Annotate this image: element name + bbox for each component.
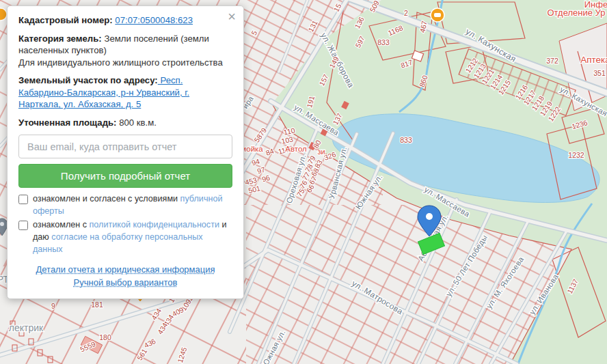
parcel-number-label: 181 [91, 300, 103, 309]
email-input[interactable] [18, 135, 232, 158]
parcel-number-label: 833 [377, 38, 390, 46]
address-row: Земельный участок по адресу: Респ. Кабар… [18, 74, 232, 111]
offer-consent-prefix: ознакомлен и согласен с условиями [33, 194, 180, 204]
popup-footer-links: Детали отчета и юридическая информация Р… [18, 263, 232, 289]
parcel-number-label: 372 [546, 57, 558, 65]
manual-select-link[interactable]: Ручной выбор вариантов [74, 277, 178, 288]
poi-label: Отделение Ур [547, 8, 605, 18]
offer-consent-text: ознакомлен и согласен с условиями публич… [33, 193, 232, 218]
parcel-number-label: 833 [400, 136, 412, 144]
poi-label: Автол [285, 145, 307, 153]
cup-glyph [434, 13, 441, 17]
personal-data-link[interactable]: согласие на обработку персональных данны… [33, 232, 203, 254]
address-label: Земельный участок по адресу: [18, 75, 158, 85]
cadastral-map-page: ул. Жамбороваул. Кахунскаяул. Кахунскаяу… [0, 0, 607, 364]
parcel-number-label: 180 [99, 333, 111, 341]
privacy-prefix: ознакомлен с [33, 220, 90, 229]
cadastral-number-row: Кадастровый номер: 07:07:0500048:623 [18, 14, 232, 27]
land-category-row: Категория земель: Земли поселений (земли… [18, 33, 232, 69]
area-label: Уточненная площадь: [18, 117, 117, 128]
parcel-number-label: 2 [404, 9, 408, 17]
close-icon[interactable]: × [228, 10, 236, 23]
offer-checkbox[interactable] [18, 195, 28, 204]
privacy-checkbox[interactable] [18, 221, 28, 230]
land-use-value: Для индивидуального жилищного строительс… [18, 57, 223, 68]
poi-label: Аптека [580, 55, 607, 65]
parcel-info-popup: × Кадастровый номер: 07:07:0500048:623 К… [7, 5, 244, 299]
cadastral-number-label: Кадастровый номер: [18, 15, 113, 25]
privacy-consent-row: ознакомлен с политикой конфиденциальност… [18, 219, 232, 256]
privacy-consent-text: ознакомлен с политикой конфиденциальност… [33, 219, 232, 256]
privacy-policy-link[interactable]: политикой конфиденциальности [90, 220, 219, 229]
offer-consent-row: ознакомлен и согласен с условиями публич… [18, 193, 232, 218]
parcel-number-label: 9 [51, 302, 55, 310]
parcel-number-label: 1232 [568, 151, 584, 159]
area-row: Уточненная площадь: 800 кв.м. [18, 117, 232, 129]
poi-label: лектрик [9, 322, 44, 333]
land-category-label: Категория земель: [18, 33, 102, 44]
get-report-button[interactable]: Получить подробный отчет [18, 164, 232, 188]
cadastral-number-link[interactable]: 07:07:0500048:623 [115, 15, 193, 25]
area-value: 800 кв.м. [117, 117, 157, 128]
report-details-link[interactable]: Детали отчета и юридическая информация [36, 264, 215, 275]
poi-label: зи [317, 148, 325, 156]
parcel-number-label: 351 [593, 69, 606, 77]
